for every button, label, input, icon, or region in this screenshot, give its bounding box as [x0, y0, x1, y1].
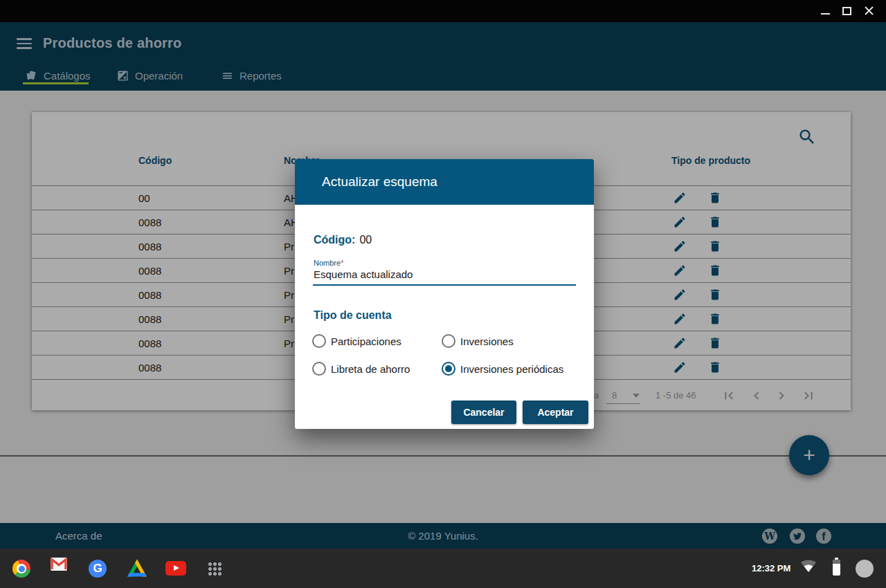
youtube-icon[interactable]: [165, 561, 186, 576]
nombre-label: Nombre*: [314, 259, 343, 267]
codigo-value: 00: [359, 234, 372, 246]
radio-icon: [442, 334, 455, 348]
avatar[interactable]: [856, 560, 874, 578]
radio-label: Inversiones: [460, 336, 514, 347]
tipo-de-cuenta-label: Tipo de cuenta: [314, 309, 392, 322]
window-close-button[interactable]: [864, 6, 874, 16]
codigo-field: Código:00: [314, 234, 372, 246]
cancel-button[interactable]: Cancelar: [451, 401, 516, 424]
codigo-label: Código:: [314, 234, 355, 246]
radio-icon: [442, 362, 455, 376]
maximize-icon: [842, 7, 851, 15]
close-icon: [864, 6, 874, 16]
radio-label: Participaciones: [331, 336, 401, 347]
update-schema-dialog: Actualizar esquema Código:00 Nombre* Tip…: [295, 159, 594, 429]
minimize-icon: [821, 13, 830, 15]
accept-button[interactable]: Aceptar: [523, 401, 588, 424]
radio-icon: [312, 362, 326, 376]
chrome-icon[interactable]: [12, 560, 30, 578]
window-titlebar: [0, 0, 886, 22]
dialog-title: Actualizar esquema: [322, 159, 437, 205]
nombre-input[interactable]: [313, 268, 576, 280]
radio-icon: [312, 334, 326, 348]
dialog-header: Actualizar esquema: [295, 159, 594, 205]
drive-icon[interactable]: [127, 559, 147, 577]
browser-viewport: Productos de ahorro Catálogos Operación …: [0, 22, 886, 549]
required-mark: *: [341, 259, 343, 267]
screen: Productos de ahorro Catálogos Operación …: [0, 0, 886, 588]
radio-label: Libreta de ahorro: [331, 363, 410, 375]
taskbar: G 12:32 PM: [0, 549, 886, 588]
input-underline: [313, 284, 576, 286]
wifi-icon[interactable]: [800, 559, 817, 573]
clock[interactable]: 12:32 PM: [752, 549, 790, 588]
battery-icon[interactable]: [833, 558, 840, 576]
nombre-label-text: Nombre: [314, 259, 341, 267]
google-icon[interactable]: G: [89, 560, 107, 578]
app-grid-icon[interactable]: [208, 562, 222, 576]
radio-label: Inversiones periódicas: [460, 363, 563, 375]
gmail-icon[interactable]: [51, 558, 67, 571]
